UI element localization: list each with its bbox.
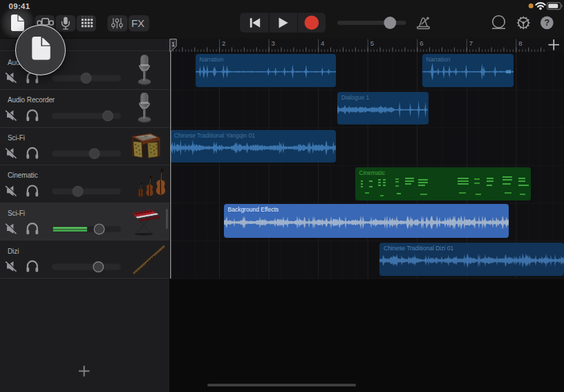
svg-text:?: ? [544,18,549,28]
svg-text:5: 5 [370,39,373,47]
svg-text:7: 7 [469,39,472,47]
svg-text:2: 2 [222,39,225,47]
svg-text:3: 3 [271,39,274,47]
svg-text:1: 1 [171,41,175,48]
svg-text:6: 6 [420,39,423,47]
svg-text:8: 8 [518,39,522,47]
svg-text:4: 4 [321,39,324,47]
